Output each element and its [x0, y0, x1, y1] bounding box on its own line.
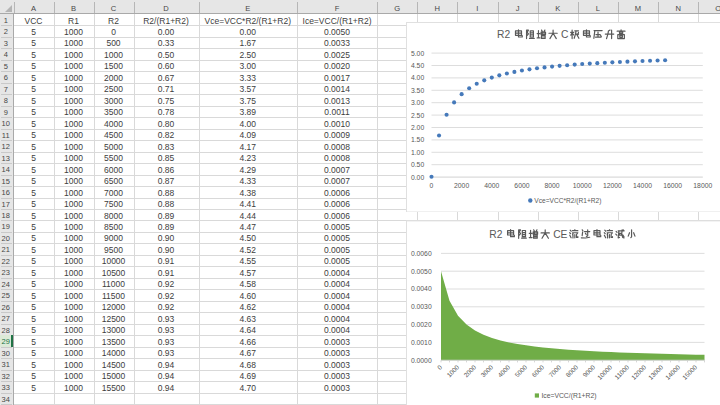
- svg-text:4.00: 4.00: [410, 74, 423, 81]
- svg-text:0: 0: [429, 181, 433, 188]
- svg-text:0.0000: 0.0000: [410, 356, 431, 363]
- svg-text:8000: 8000: [544, 181, 559, 188]
- svg-text:Vce=VCC*R2/(R1+R2): Vce=VCC*R2/(R1+R2): [534, 196, 601, 204]
- svg-text:0.00: 0.00: [410, 173, 423, 180]
- svg-text:CE: CE: [553, 228, 567, 239]
- svg-text:4.50: 4.50: [410, 61, 423, 68]
- svg-text:4000: 4000: [484, 181, 499, 188]
- svg-text:6000: 6000: [514, 181, 529, 188]
- svg-text:Ice=VCC/(R1+R2): Ice=VCC/(R1+R2): [541, 391, 596, 399]
- svg-text:2000: 2000: [454, 181, 469, 188]
- svg-text:0.0040: 0.0040: [410, 285, 431, 292]
- svg-text:2.00: 2.00: [410, 123, 423, 130]
- svg-text:3.50: 3.50: [410, 86, 423, 93]
- svg-text:R2: R2: [497, 28, 510, 39]
- svg-text:16000: 16000: [663, 181, 682, 188]
- svg-text:0.0010: 0.0010: [410, 338, 431, 345]
- svg-text:0.0030: 0.0030: [410, 303, 431, 310]
- svg-text:18000: 18000: [693, 181, 712, 188]
- svg-text:R2: R2: [489, 228, 502, 239]
- svg-text:3.00: 3.00: [410, 99, 423, 106]
- svg-text:C: C: [561, 28, 569, 39]
- svg-text:10000: 10000: [572, 181, 591, 188]
- svg-text:5.00: 5.00: [410, 49, 423, 56]
- svg-text:0.0020: 0.0020: [410, 321, 431, 328]
- svg-text:0.50: 0.50: [410, 161, 423, 168]
- svg-text:12000: 12000: [602, 181, 621, 188]
- svg-text:14000: 14000: [633, 181, 652, 188]
- svg-text:0.0060: 0.0060: [410, 249, 431, 256]
- svg-text:0.0050: 0.0050: [410, 267, 431, 274]
- svg-text:1.00: 1.00: [410, 148, 423, 155]
- svg-text:2.50: 2.50: [410, 111, 423, 118]
- svg-text:1.50: 1.50: [410, 136, 423, 143]
